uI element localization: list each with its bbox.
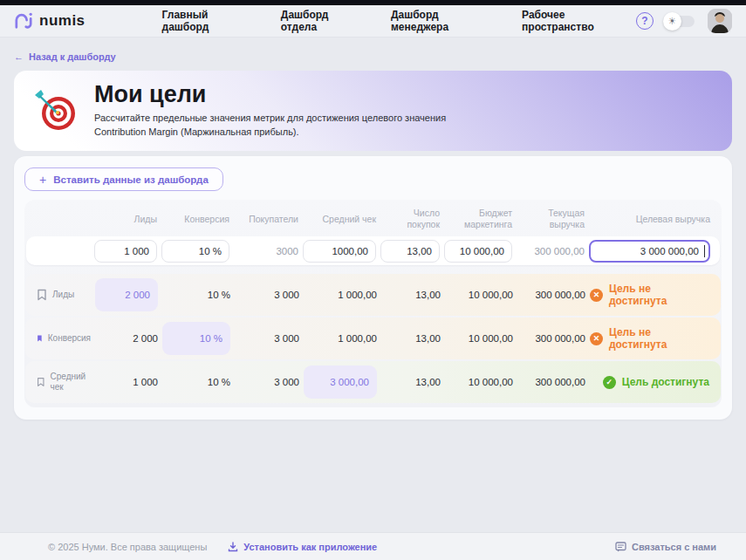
page-content: ← Назад к дашборду Мои цели Рассчитайте … <box>0 38 746 532</box>
status-text: Цель не достигнута <box>609 326 709 351</box>
hero-text: Мои цели Рассчитайте предельные значения… <box>94 82 446 140</box>
back-to-dashboard-link[interactable]: ← Назад к дашборду <box>14 51 116 62</box>
numis-logo-icon <box>14 12 33 30</box>
status-text: Цель достигнута <box>622 376 709 388</box>
target-revenue-field <box>589 240 710 263</box>
table-row-avg-check[interactable]: Средний чек 1 000 10 % 3 000 3 000,00 13… <box>25 361 721 403</box>
row-label: Лиды <box>37 289 91 301</box>
plus-icon: + <box>39 173 46 187</box>
main-nav: Главный дашборд Дашборд отдела Дашборд м… <box>162 9 636 33</box>
goals-panel: + Вставить данные из дашборда Лиды Конве… <box>14 156 732 420</box>
status-badge: ✕ Цель не достигнута <box>590 283 709 307</box>
goal-failed-icon: ✕ <box>590 332 603 345</box>
back-arrow-icon: ← <box>14 51 24 62</box>
copyright-text: © 2025 Нуми. Все права защищены <box>48 542 207 552</box>
goal-achieved-icon: ✓ <box>603 376 616 389</box>
col-current-revenue: Текущая выручка <box>517 208 585 230</box>
goals-header-card: Мои цели Рассчитайте предельные значения… <box>14 71 732 151</box>
chat-icon <box>615 542 626 552</box>
avatar[interactable] <box>708 9 732 33</box>
nav-manager-dashboard[interactable]: Дашборд менеджера <box>391 9 496 33</box>
row-label: Конверсия <box>37 332 91 345</box>
text-cursor <box>704 245 705 257</box>
target-revenue-input[interactable] <box>589 240 710 263</box>
goals-table: Лиды Конверсия Покупатели Средний чек Чи… <box>24 200 722 407</box>
conversion-input[interactable] <box>161 240 229 263</box>
insert-button-label: Вставить данные из дашборда <box>53 174 209 185</box>
back-link-label: Назад к дашборду <box>29 51 116 62</box>
page-title: Мои цели <box>94 82 446 108</box>
brand-logo[interactable]: numis <box>14 12 86 30</box>
nav-main-dashboard[interactable]: Главный дашборд <box>162 9 255 33</box>
input-row: 3000 300 000,00 <box>26 236 720 265</box>
col-purchases: Число покупок <box>380 208 440 230</box>
purchases-input[interactable] <box>380 240 440 263</box>
contact-us-link[interactable]: Связаться с нами <box>615 542 716 552</box>
footer: © 2025 Нуми. Все права защищены Установи… <box>0 532 746 560</box>
navbar-controls: ? ☀ <box>636 9 732 33</box>
buyers-computed: 3000 <box>234 246 298 256</box>
table-row-conversion[interactable]: Конверсия 2 000 10 % 3 000 1 000,00 13,0… <box>25 318 721 359</box>
col-avg-check: Средний чек <box>303 214 376 225</box>
install-link-label: Установить как приложение <box>243 542 377 552</box>
insert-dashboard-data-button[interactable]: + Вставить данные из дашборда <box>24 167 223 191</box>
status-badge: ✓ Цель достигнута <box>590 376 709 389</box>
status-text: Цель не достигнута <box>609 283 709 307</box>
leads-input[interactable] <box>94 240 157 263</box>
bookmark-icon <box>37 289 47 301</box>
sun-icon: ☀ <box>668 16 677 27</box>
contact-link-label: Связаться с нами <box>632 542 716 552</box>
theme-toggle[interactable]: ☀ <box>667 16 695 27</box>
col-buyers: Покупатели <box>234 214 298 225</box>
page-subtitle: Рассчитайте предельные значения метрик д… <box>94 112 446 140</box>
avg-check-input[interactable] <box>303 240 376 263</box>
budget-input[interactable] <box>444 240 512 263</box>
col-conversion: Конверсия <box>161 214 229 225</box>
current-revenue-computed: 300 000,00 <box>517 246 585 256</box>
bookmark-filled-icon <box>37 332 43 345</box>
col-leads: Лиды <box>94 214 157 225</box>
target-dart-icon <box>33 88 79 133</box>
col-target-revenue: Целевая выручка <box>589 214 710 225</box>
goal-failed-icon: ✕ <box>590 289 603 302</box>
install-app-link[interactable]: Установить как приложение <box>228 542 377 552</box>
nav-workspace[interactable]: Рабочее пространство <box>522 9 636 33</box>
status-badge: ✕ Цель не достигнута <box>590 326 709 351</box>
table-row-leads[interactable]: Лиды 2 000 10 % 3 000 1 000,00 13,00 10 … <box>25 274 721 316</box>
brand-name: numis <box>39 12 86 30</box>
row-label: Средний чек <box>37 372 91 393</box>
col-marketing-budget: Бюджет маркетинга <box>444 208 512 230</box>
table-header-row: Лиды Конверсия Покупатели Средний чек Чи… <box>24 200 722 236</box>
help-icon[interactable]: ? <box>636 12 654 30</box>
navbar: numis Главный дашборд Дашборд отдела Даш… <box>0 5 746 38</box>
bookmark-icon <box>37 376 45 388</box>
download-icon <box>228 542 238 552</box>
nav-department-dashboard[interactable]: Дашборд отдела <box>281 9 365 33</box>
metric-rows: Лиды 2 000 10 % 3 000 1 000,00 13,00 10 … <box>24 274 722 403</box>
